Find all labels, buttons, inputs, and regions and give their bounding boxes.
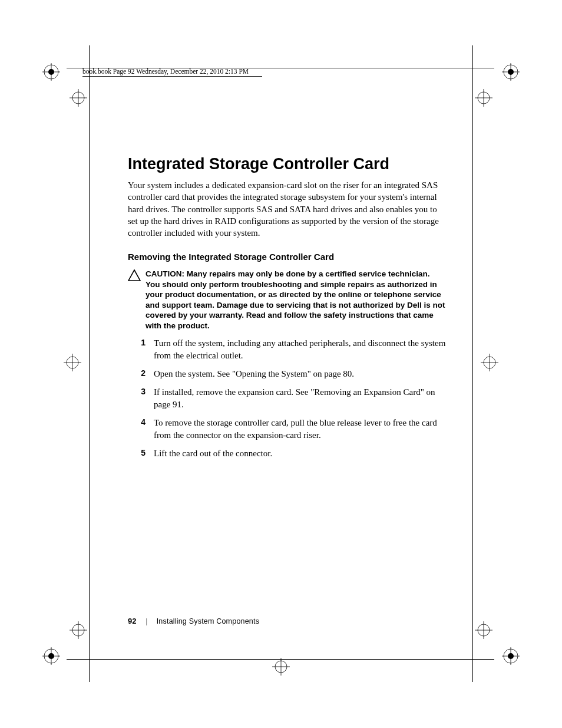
caution-block: CAUTION: Many repairs may only be done b…: [128, 269, 446, 331]
heading-2: Removing the Integrated Storage Controll…: [128, 252, 446, 262]
page-number: 92: [128, 617, 136, 625]
registration-mark-icon: [475, 89, 492, 107]
step-number: 2: [128, 368, 154, 380]
registration-mark-icon: [502, 63, 520, 81]
step-number: 5: [128, 447, 154, 460]
step-text: Open the system. See "Opening the System…: [154, 368, 446, 380]
body-content: Integrated Storage Controller Card Your …: [128, 155, 446, 460]
registration-mark-icon: [272, 658, 290, 676]
caution-triangle-icon: [128, 269, 141, 284]
registration-mark-icon: [475, 621, 492, 639]
crop-line-horizontal-top: [67, 68, 494, 68]
step-text: Turn off the system, including any attac…: [154, 337, 446, 362]
step-text: To remove the storage controller card, p…: [154, 417, 446, 442]
registration-mark-icon: [70, 89, 87, 107]
intro-paragraph: Your system includes a dedicated expansi…: [128, 179, 446, 239]
page-content-area: book.book Page 92 Wednesday, December 22…: [85, 68, 474, 466]
list-item: 2Open the system. See "Opening the Syste…: [128, 368, 446, 380]
caution-label: CAUTION:: [146, 269, 187, 278]
registration-mark-icon: [64, 354, 81, 371]
registration-mark-icon: [42, 647, 60, 665]
page-footer: 92 | Installing System Components: [128, 617, 259, 625]
registration-mark-icon: [42, 63, 60, 81]
step-number: 3: [128, 386, 154, 411]
registration-mark-icon: [481, 354, 498, 371]
step-number: 1: [128, 337, 154, 362]
crop-line-vertical-right: [472, 45, 473, 682]
list-item: 3If installed, remove the expansion card…: [128, 386, 446, 411]
step-text: If installed, remove the expansion card.…: [154, 386, 446, 411]
heading-1: Integrated Storage Controller Card: [128, 155, 446, 173]
list-item: 4To remove the storage controller card, …: [128, 417, 446, 442]
list-item: 5Lift the card out of the connector.: [128, 447, 446, 460]
step-list: 1Turn off the system, including any atta…: [128, 337, 446, 460]
caution-text: CAUTION: Many repairs may only be done b…: [146, 269, 446, 331]
caution-body: Many repairs may only be done by a certi…: [146, 269, 445, 330]
running-header: book.book Page 92 Wednesday, December 22…: [82, 68, 262, 77]
footer-section-title: Installing System Components: [157, 617, 259, 625]
step-number: 4: [128, 417, 154, 442]
registration-mark-icon: [70, 621, 87, 639]
registration-mark-icon: [502, 647, 520, 665]
step-text: Lift the card out of the connector.: [154, 447, 446, 460]
list-item: 1Turn off the system, including any atta…: [128, 337, 446, 362]
crop-line-vertical-left: [89, 45, 90, 682]
footer-separator: |: [146, 617, 147, 625]
